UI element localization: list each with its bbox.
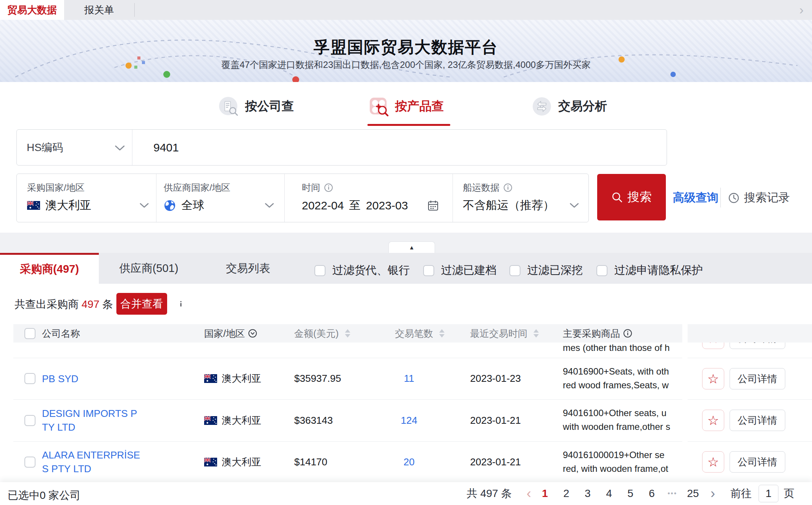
topbar-chevron-right-icon[interactable]: ›: [799, 2, 804, 17]
last-date-cell: 2023-01-21: [470, 399, 521, 441]
page-6[interactable]: 6: [644, 482, 659, 505]
merge-view-button[interactable]: 合并查看: [116, 293, 167, 315]
company-name-link[interactable]: DESIGN IMPORTS PTY LTD: [42, 399, 142, 441]
info-icon[interactable]: [503, 183, 512, 192]
header-country[interactable]: 国家/地区: [204, 324, 257, 343]
pagination-next-icon[interactable]: ›: [706, 482, 720, 505]
info-icon[interactable]: [623, 329, 632, 338]
header-last-date[interactable]: 最近交易时间: [470, 324, 539, 343]
checkbox-filter-privacy-requested[interactable]: 过滤申请隐私保护: [596, 263, 703, 278]
page-25[interactable]: 25: [683, 482, 703, 505]
table-row: ALARA ENTERPRİSES PTY LTD 澳大利亚 $14170 20…: [0, 441, 812, 482]
search-button[interactable]: 搜索: [597, 174, 666, 220]
row-checkbox[interactable]: [24, 415, 35, 426]
favorite-star-button[interactable]: ☆: [702, 343, 724, 349]
company-name-link[interactable]: ALARA ENTERPRİSES PTY LTD: [42, 441, 142, 482]
app-root: 贸易大数据 报关单 › 孚盟国际贸易大数据平台 覆盖47个国家进口数据和23国出…: [0, 0, 812, 505]
header-transactions[interactable]: 交易笔数: [395, 324, 445, 343]
row-checkbox[interactable]: [24, 457, 35, 468]
search-input[interactable]: [143, 130, 662, 165]
last-date-cell: 2023-01-23: [470, 358, 521, 399]
supplier-country-select[interactable]: 全球: [164, 198, 274, 213]
tab-transaction-list[interactable]: 交易列表: [214, 253, 282, 284]
page-2[interactable]: 2: [559, 482, 574, 505]
chevron-down-icon: [114, 145, 125, 151]
products-cell: 94016900+Seats, with oth red wood frames…: [563, 358, 682, 399]
checkbox-label: 过滤已建档: [441, 263, 496, 278]
search-mode-tabs: 按公司查 按产品查: [0, 82, 812, 129]
tab-suppliers[interactable]: 供应商(501): [111, 253, 187, 284]
tab-search-by-product[interactable]: 按产品查: [368, 96, 444, 117]
checkbox-label: 过滤货代、银行: [332, 263, 410, 278]
collapse-panel-button[interactable]: ▲: [388, 241, 435, 253]
banner: 孚盟国际贸易大数据平台 覆盖47个国家进口数据和23国出口数据,包含200个国家…: [0, 20, 812, 82]
topbar-tab-trade-data[interactable]: 贸易大数据: [0, 0, 64, 20]
chevron-down-icon: [264, 203, 274, 208]
checkbox-filter-archived[interactable]: 过滤已建档: [423, 263, 496, 278]
transactions-link[interactable]: 124: [388, 399, 430, 441]
tab-search-by-company-label: 按公司查: [245, 98, 294, 115]
search-button-label: 搜索: [627, 189, 652, 206]
table-row: PB SYD 澳大利亚 $35937.95 11 2023-01-23 9401…: [0, 358, 812, 399]
products-line1: 94016100+Other seats, u: [563, 406, 682, 420]
info-icon[interactable]: [175, 298, 187, 310]
pagination-prev-icon[interactable]: ‹: [522, 482, 536, 505]
australia-flag-icon: [204, 416, 217, 425]
total-count-text: 共 497 条: [466, 482, 512, 505]
partial-products-text: mes (other than those of h: [563, 343, 682, 353]
company-detail-button[interactable]: 公司详情: [730, 451, 785, 473]
country-cell: 澳大利亚: [204, 441, 261, 482]
supplier-country-label: 供应商国家/地区: [164, 182, 230, 194]
table-header: 公司名称 国家/地区 金额(美元) 交易笔数 最近交易时间 主要采购商品: [13, 324, 812, 343]
favorite-star-button[interactable]: ☆: [702, 368, 724, 389]
tab-buyers[interactable]: 采购商(497): [0, 253, 99, 284]
summary-suffix: 条: [102, 297, 113, 312]
tab-buyers-label: 采购商(497): [20, 262, 79, 277]
info-icon[interactable]: [324, 183, 333, 192]
search-history-label: 搜索记录: [744, 190, 790, 206]
page-3[interactable]: 3: [580, 482, 595, 505]
favorite-star-button[interactable]: ☆: [702, 451, 724, 473]
select-all-checkbox[interactable]: [24, 328, 35, 339]
topbar-tab-customs-declaration[interactable]: 报关单: [64, 0, 134, 20]
company-detail-button[interactable]: 公司详情: [730, 343, 785, 349]
checkbox-filter-deep-mined[interactable]: 过滤已深挖: [509, 263, 583, 278]
company-detail-button[interactable]: 公司详情: [730, 368, 785, 389]
buyer-country-value: 澳大利亚: [45, 198, 91, 213]
buyer-country-select[interactable]: 澳大利亚: [27, 198, 149, 213]
transactions-link[interactable]: 11: [388, 358, 430, 399]
favorite-star-button[interactable]: ☆: [702, 410, 724, 431]
products-cell: 940161000019+Other se red, with wooden f…: [563, 441, 682, 482]
goto-unit-label: 页: [781, 482, 797, 505]
page-1[interactable]: 1: [537, 482, 553, 505]
shipping-data-select[interactable]: 不含船运（推荐）: [463, 198, 579, 213]
products-line1: 940161000019+Other se: [563, 448, 682, 462]
topbar: 贸易大数据 报关单 ›: [0, 0, 812, 20]
last-date-cell: 2023-01-21: [470, 441, 521, 482]
clock-icon: [728, 192, 740, 204]
search-field-selector[interactable]: HS编码: [17, 130, 132, 165]
goto-page-input[interactable]: [759, 485, 778, 502]
products-line2: red, with wooden frame,ot: [563, 462, 682, 476]
row-checkbox[interactable]: [24, 373, 35, 384]
time-range-picker[interactable]: 2022-04 至 2023-03: [302, 198, 439, 213]
page-4[interactable]: 4: [601, 482, 617, 505]
tab-search-by-company[interactable]: 按公司查: [218, 96, 294, 117]
page-5[interactable]: 5: [623, 482, 638, 505]
header-amount[interactable]: 金额(美元): [294, 324, 350, 343]
transactions-link[interactable]: 20: [388, 441, 430, 482]
star-icon: ☆: [707, 371, 719, 386]
company-detail-button[interactable]: 公司详情: [730, 410, 785, 431]
globe-icon: [164, 199, 176, 212]
country-cell: 澳大利亚: [204, 399, 261, 441]
pagination-ellipsis[interactable]: •••: [664, 482, 681, 505]
tab-transaction-analysis[interactable]: 交易分析: [532, 96, 607, 117]
company-name-link[interactable]: PB SYD: [42, 358, 142, 399]
checkbox-filter-forwarders-banks[interactable]: 过滤货代、银行: [314, 263, 410, 278]
goto-label: 前往: [726, 482, 756, 505]
buyer-country-label: 采购国家/地区: [27, 182, 85, 194]
header-products: 主要采购商品: [563, 324, 632, 343]
country-cell: 澳大利亚: [204, 358, 261, 399]
search-history-link[interactable]: 搜索记录: [728, 190, 790, 206]
advanced-search-link[interactable]: 高级查询: [673, 190, 719, 206]
